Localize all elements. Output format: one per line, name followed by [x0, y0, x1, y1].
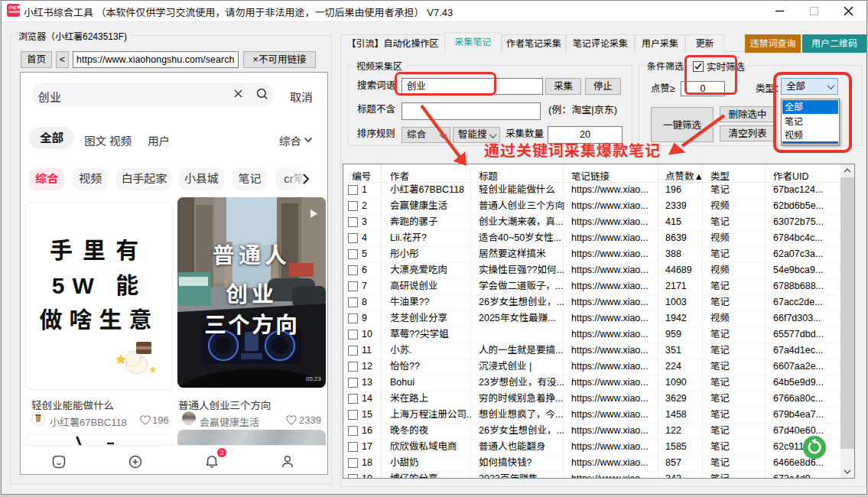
svg-text:05:23: 05:23	[306, 375, 322, 382]
